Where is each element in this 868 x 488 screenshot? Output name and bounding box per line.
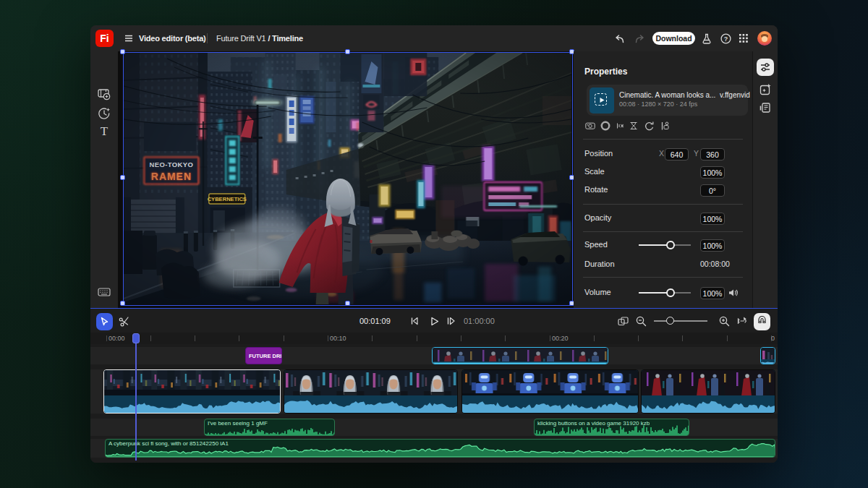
svg-text:?: ? <box>724 35 728 43</box>
